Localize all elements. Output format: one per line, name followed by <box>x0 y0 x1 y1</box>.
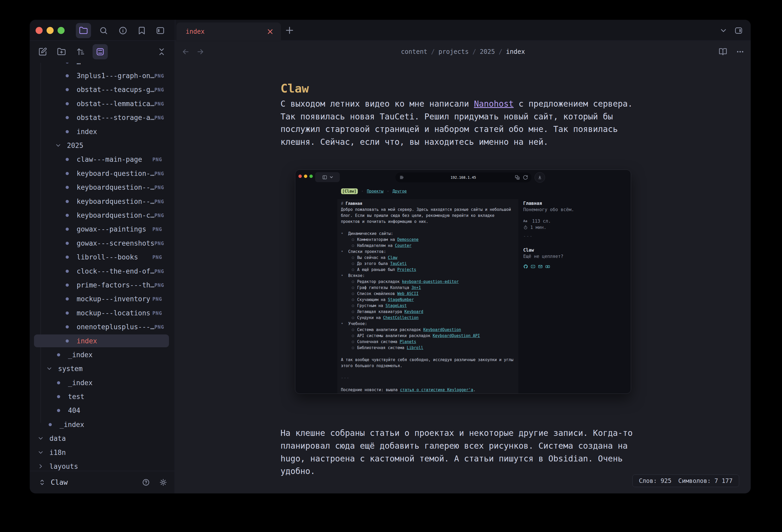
files-tab-button[interactable] <box>76 23 91 38</box>
tree-file-clock---the-end-of…[interactable]: clock---the-end-of…PNG <box>30 264 174 278</box>
tree-file-prime-factors---th…[interactable]: prime-factors---th…PNG <box>30 278 174 292</box>
tree-item-label: keyboardquestion--… <box>77 183 154 191</box>
file-bullet-icon <box>66 116 69 119</box>
bookmarks-tab-button[interactable] <box>134 23 149 38</box>
file-bullet-icon <box>66 311 69 315</box>
embedded-screenshot[interactable]: 192.168.1.45 [Claw] · Проекты · Другое #… <box>295 169 631 394</box>
info-tab-button[interactable] <box>115 23 131 38</box>
tree-folder-system[interactable]: system <box>30 362 174 376</box>
blank-line <box>341 369 515 375</box>
close-window-button[interactable] <box>36 27 43 34</box>
tab-close-icon[interactable] <box>266 28 274 36</box>
chevron-down-icon[interactable] <box>47 366 52 371</box>
tree-file-obstat---lemmatica…[interactable]: obstat---lemmatica…PNG <box>30 97 174 111</box>
help-button[interactable] <box>142 479 150 486</box>
file-type-badge: PNG <box>154 268 164 274</box>
new-note-button[interactable] <box>35 44 50 59</box>
tree-file-404[interactable]: 404 <box>30 404 174 418</box>
tree-file-mockup---inventory[interactable]: mockup---inventoryPNG <box>30 292 174 306</box>
site-sub-list-item: Вы сейчас на Claw <box>341 255 515 261</box>
tree-file-test[interactable]: test <box>30 390 174 404</box>
site-nav-link-projects: Проекты <box>367 189 383 194</box>
more-options-button[interactable] <box>736 47 744 56</box>
nanohost-link[interactable]: Nanohost <box>474 99 514 108</box>
breadcrumb-segment[interactable]: content <box>401 48 427 55</box>
tree-file-index[interactable]: index <box>30 334 174 348</box>
tab-title: index <box>186 28 266 35</box>
downloads-button <box>535 172 545 183</box>
breadcrumb-segment[interactable]: projects <box>438 48 469 55</box>
tree-file-mockup---locations[interactable]: mockup---locationsPNG <box>30 306 174 320</box>
word-count: Слов: 925 <box>639 478 672 484</box>
sort-order-button[interactable] <box>73 44 88 59</box>
list-item-text: Летающая клавиатура <box>357 309 404 314</box>
tree-folder-data[interactable]: data <box>30 432 174 446</box>
tree-file-3nplus1---graph-on…[interactable]: 3nplus1---graph-on…PNG <box>30 69 174 83</box>
list-item-text: Учебное: <box>348 321 367 326</box>
new-folder-button[interactable] <box>54 44 69 59</box>
tree-file-keyboardquestion--…[interactable]: keyboardquestion--…PNG <box>30 181 174 194</box>
tree-file-claw---main-page[interactable]: claw---main-pagePNG <box>30 153 174 166</box>
tree-file-libroll---books[interactable]: libroll---booksPNG <box>30 250 174 264</box>
circle-bullet-icon <box>352 335 354 337</box>
search-tab-button[interactable] <box>96 23 111 38</box>
reading-view-button[interactable] <box>719 47 727 56</box>
site-sub-list-item: Сундуки на ChestCollection <box>341 315 515 321</box>
site-link: Planets <box>400 339 416 344</box>
search-icon <box>99 26 108 35</box>
tree-file-keyboard-question-…[interactable]: keyboard-question-…PNG <box>30 166 174 180</box>
tree-file-obstat---storage-a…[interactable]: obstat---storage-a…PNG <box>30 111 174 125</box>
collapse-all-button[interactable] <box>154 44 169 59</box>
site-link: Claw <box>388 255 397 260</box>
tab-index[interactable]: index <box>176 23 281 41</box>
browser-sidebar-button <box>315 172 340 182</box>
maximize-window-button[interactable] <box>58 27 65 34</box>
tree-folder-2025[interactable]: 2025 <box>30 139 174 152</box>
panel-left-icon <box>156 26 165 35</box>
chevron-down-icon[interactable] <box>719 26 727 35</box>
breadcrumb-segment[interactable]: 2025 <box>480 48 495 55</box>
circle-bullet-icon <box>352 347 354 349</box>
vault-name[interactable]: Claw <box>51 478 68 486</box>
chevron-down-icon[interactable] <box>38 436 43 441</box>
tree-file-_index[interactable]: _index <box>30 348 174 362</box>
tree-file-_index[interactable]: _index <box>30 376 174 390</box>
list-item-text: Грустным на <box>357 303 386 308</box>
markdown-hash: # <box>341 201 346 206</box>
tree-file-_index[interactable]: _index <box>30 418 174 431</box>
card-view-button[interactable] <box>93 44 108 59</box>
new-tab-button[interactable] <box>285 26 294 35</box>
sort-icon <box>76 47 85 56</box>
circle-bullet-icon <box>352 329 354 331</box>
tree-file-keyboardquestion-c…[interactable]: keyboardquestion-c…PNG <box>30 208 174 222</box>
tree-folder-layouts[interactable]: layouts <box>30 459 174 471</box>
tree-file-…[interactable]: … <box>30 63 174 69</box>
chevron-down-icon[interactable] <box>38 450 43 455</box>
tree-item-label: keyboardquestion-c… <box>77 212 154 219</box>
chevron-right-icon[interactable] <box>38 464 43 469</box>
chevron-down-icon[interactable] <box>56 143 61 148</box>
breadcrumb-segment[interactable]: index <box>506 48 525 55</box>
site-sub-list-item: Список смайликов Web ASCII <box>341 291 515 297</box>
left-sidebar-toggle-button[interactable] <box>153 23 168 38</box>
tree-item-label: keyboard-question-… <box>77 169 154 178</box>
vault-switcher-button[interactable] <box>38 479 46 486</box>
file-bullet-icon <box>57 409 60 412</box>
settings-gear-button[interactable] <box>159 479 167 486</box>
tree-file-index[interactable]: index <box>30 125 174 139</box>
panel-word-count: 113 сл. <box>532 218 551 224</box>
site-nav-link-other: Другое <box>393 189 407 194</box>
tree-file-keyboardquestion--…[interactable]: keyboardquestion--…PNG <box>30 194 174 208</box>
blank-line <box>341 381 515 387</box>
right-sidebar-toggle-button[interactable] <box>735 26 743 35</box>
tree-folder-i18n[interactable]: i18n <box>30 446 174 459</box>
tree-file-gowax---screenshots[interactable]: gowax---screenshotsPNG <box>30 236 174 250</box>
tree-file-obstat---teacups-g…[interactable]: obstat---teacups-g…PNG <box>30 83 174 97</box>
tree-file-onenoteplusplus---…[interactable]: onenoteplusplus---…PNG <box>30 320 174 334</box>
tree-file-gowax---paintings[interactable]: gowax---paintingsPNG <box>30 222 174 236</box>
list-item-text: Список смайликов <box>357 291 397 296</box>
site-link: Libroll <box>407 345 423 350</box>
tree-item-label: 3nplus1---graph-on… <box>77 72 154 80</box>
site-divider: --- <box>341 375 515 381</box>
minimize-window-button[interactable] <box>46 27 54 34</box>
